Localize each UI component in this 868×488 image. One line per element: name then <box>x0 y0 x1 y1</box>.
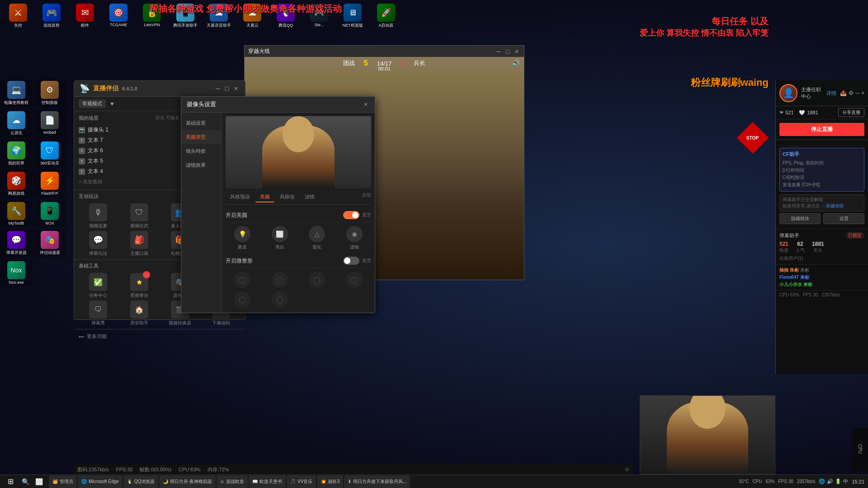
beauty-item-shoulian[interactable]: △ 瘦化 <box>300 226 334 250</box>
camera-dialog-close-btn[interactable]: × <box>362 101 369 108</box>
game-window-close[interactable]: × <box>513 48 520 55</box>
icon-battle[interactable]: 🎮 逆战首胜 <box>35 2 68 30</box>
interactive-host-bag[interactable]: 🎒 主播口袋 <box>120 231 159 257</box>
streaming-panel-close[interactable]: × <box>232 85 240 92</box>
beauty-item-meibai[interactable]: ⬜ 美白 <box>263 226 297 250</box>
icon-tianyi[interactable]: ☁ 天翼语音助手 <box>203 2 235 30</box>
icon-letsvpn[interactable]: 🔒 LetsVPN <box>136 2 168 30</box>
tool-star-push[interactable]: ⭐ 24 星推举办 <box>120 273 159 299</box>
hide-module-btn[interactable]: 隐藏模块 <box>779 213 821 224</box>
icon-netframe[interactable]: 🖥 NET框面版 <box>336 2 369 30</box>
icon-netease[interactable]: 🎲 网易游戏 <box>0 170 33 198</box>
mode-button[interactable]: 常规模式 <box>79 99 106 108</box>
reset-label[interactable]: 重置 <box>362 212 371 218</box>
streaming-version: 6.4.1.0 <box>122 86 137 91</box>
icon-steam[interactable]: 🎮 Ste... <box>303 2 335 30</box>
taskbar-app-tomorrow[interactable]: 🌙 明日方舟·夜神模拟器 <box>159 475 216 488</box>
reset-morph-label[interactable]: 重置 <box>362 258 371 264</box>
tab-filter[interactable]: 滤镜 <box>300 192 319 202</box>
game-volume-icon[interactable]: 🔊 <box>512 59 519 66</box>
icon-tcgame[interactable]: 🎯 TCGAME <box>102 2 135 30</box>
host-center-label[interactable]: 主播任职中心 <box>801 86 823 100</box>
taskbar-app-崩坏[interactable]: 💥 崩坏3 <box>317 475 343 488</box>
task-view-icon[interactable]: ⬜ <box>33 475 45 488</box>
tool-task-center[interactable]: ✅ 任务中心 <box>79 273 118 299</box>
tab-beauty[interactable]: 美颜 <box>255 192 274 202</box>
taskbar-app-heaven[interactable]: 📖 欧皇天堡书 <box>249 475 286 488</box>
icon-nox[interactable]: 📱 NOX <box>33 200 66 227</box>
tab-style-preset[interactable]: 风格预设 <box>226 192 255 202</box>
icon-txphone[interactable]: 📱 腾讯手游助手 <box>169 2 202 30</box>
icon-embed[interactable]: 📄 embed <box>33 109 66 138</box>
icon-companion[interactable]: 🎭 伴侣动漫基 <box>33 229 66 258</box>
tool-room-manager[interactable]: 🏠 房管助手 <box>120 300 159 326</box>
sidebar-item-beauty-type[interactable]: 美颜类型 <box>181 130 222 144</box>
more-features-btn[interactable]: ••• 更多功能 <box>74 329 245 343</box>
game-window-maximize[interactable]: □ <box>504 48 511 55</box>
camera-preview-content <box>226 116 371 188</box>
follow-label: 关注 <box>813 247 822 253</box>
taskbar-app-edge[interactable]: 🌐 Microsoft Edge <box>78 475 123 488</box>
taskbar-app-nz[interactable]: ⚔ 逆战欧皇 <box>217 475 248 488</box>
feedback-btn[interactable]: 反馈 <box>362 192 371 202</box>
interactive-video-link[interactable]: 🎙 视频连麦 <box>79 203 118 229</box>
streaming-panel-minimize[interactable]: ─ <box>214 85 222 92</box>
stop-live-btn[interactable]: 停止直播 <box>779 123 864 136</box>
clock-area[interactable]: 15:21 <box>852 479 864 484</box>
stats-settings-icon[interactable]: ⚙ <box>625 467 629 473</box>
morph-item-2: ◯ <box>263 272 297 288</box>
icon-minecraft[interactable]: 🌍 我的世界 <box>0 140 33 168</box>
icon-flash[interactable]: ⚡ Flash中P <box>33 170 66 198</box>
taskbar-app-qqbrowser[interactable]: 🐧 QQ浏览器 <box>123 475 159 488</box>
interactive-danmu[interactable]: 💬 弹幕玩法 <box>79 231 118 257</box>
panel-share-btn[interactable]: 📤 <box>840 90 847 96</box>
beauty-item-mopu[interactable]: 💡 磨皮 <box>226 226 259 250</box>
interactive-grip[interactable]: 🛡 握握比武 <box>120 203 159 229</box>
icon-yunpan[interactable]: ☁ 云原生 <box>0 109 33 138</box>
search-icon[interactable]: 🔍 <box>19 475 32 488</box>
settings-module-btn[interactable]: 设置 <box>823 213 864 224</box>
sidebar-item-lens-effect[interactable]: 镜头特效 <box>181 144 222 158</box>
danmu-label: 弹幕玩法 <box>89 250 107 257</box>
taskbar-app-admin[interactable]: 👑 管理员 <box>49 475 77 488</box>
chat-msg-3: 小儿小亦水 来彬 <box>779 281 864 288</box>
icon-noxexe[interactable]: Nox Nox.exe <box>0 259 33 286</box>
game-window-minimize[interactable]: ─ <box>495 48 502 55</box>
icon-danmu-dev[interactable]: 💬 弹幕开发器 <box>0 229 33 258</box>
follow-value: 1881 <box>812 241 824 247</box>
panel-minimize-btn[interactable]: ─ <box>855 90 859 96</box>
icon-computer-tutorial[interactable]: 💻 电脑使用教程 <box>0 79 33 108</box>
sidebar-item-basic[interactable]: 基础设置 <box>181 116 222 130</box>
panel-settings-icon[interactable]: ⚙ <box>849 90 854 96</box>
icon-mail[interactable]: ✉ 邮件 <box>69 2 101 30</box>
icon-launcher[interactable]: 🚀 A启动器 <box>370 2 402 30</box>
frame-display: 帧数:0(0.00%) <box>140 466 171 473</box>
new-listen-link[interactable]: →新建收听 <box>821 203 844 208</box>
sidebar-item-filter-effect[interactable]: 滤镜效果 <box>181 158 222 172</box>
streaming-panel-maximize[interactable]: □ <box>223 85 231 92</box>
game-window-titlebar[interactable]: 穿越火线 ─ □ × <box>245 46 524 57</box>
taskbar-app-download-icon: ⬇ <box>348 479 351 484</box>
icon-360[interactable]: 🛡 360安动关 <box>33 140 66 168</box>
icon-lost-ark[interactable]: ⚔ 失控 <box>2 2 34 30</box>
icon-tyyun[interactable]: ☁ 天翼云 <box>236 2 269 30</box>
taskbar-app-vv[interactable]: 🎵 VV音乐 <box>287 475 316 488</box>
host-detail-link[interactable]: 详情 <box>826 90 836 97</box>
network-tray-icon[interactable]: 🌐 <box>819 479 825 484</box>
toggle-beauty-switch[interactable] <box>343 211 359 219</box>
icon-mytool[interactable]: 🔧 MyToolB <box>0 200 33 227</box>
toggle-morph-switch[interactable] <box>343 257 359 265</box>
beauty-item-lv[interactable]: ◉ 滤镜 <box>338 226 372 250</box>
icon-iqq[interactable]: 🐧 腾迅QQ <box>269 2 302 30</box>
panel-close-btn[interactable]: × <box>861 90 864 96</box>
start-button[interactable]: ⊞ <box>4 475 17 488</box>
battery-tray-icon[interactable]: 🔋 <box>835 479 841 484</box>
tool-danmu-show[interactable]: 🗨 弹幕秀 <box>79 300 118 326</box>
icon-control-panel[interactable]: ⚙ 控制面板 <box>33 79 66 108</box>
morph-icon-3: ◯ <box>309 272 325 288</box>
taskbar-app-download[interactable]: ⬇ 明日方舟接下来获取丹风... <box>344 475 410 488</box>
volume-tray-icon[interactable]: 🔊 <box>827 479 833 484</box>
fans-danmu-value: 62 <box>797 241 803 247</box>
tab-style-makeup[interactable]: 风格妆 <box>275 192 299 202</box>
share-live-btn[interactable]: 分享直播 <box>838 108 864 117</box>
